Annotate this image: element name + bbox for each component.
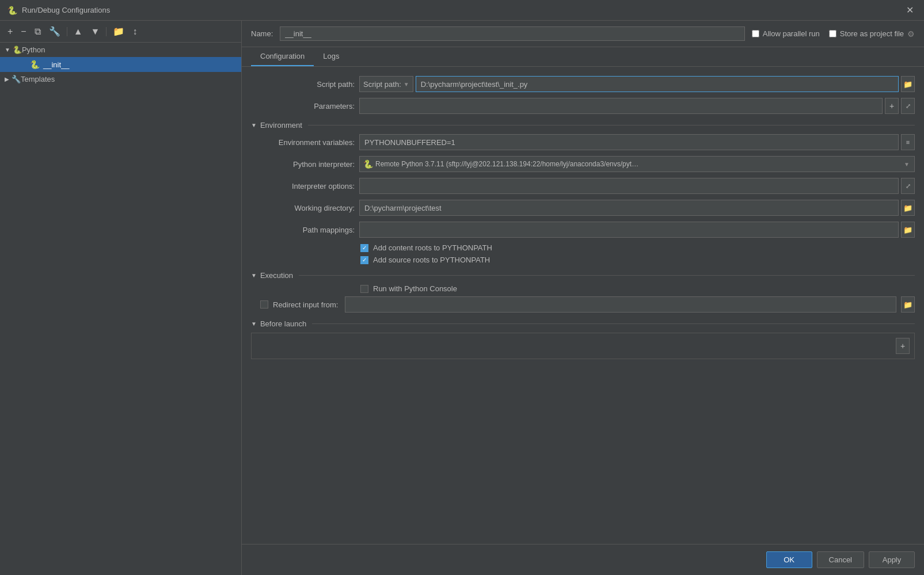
env-vars-label: Environment variables: xyxy=(251,138,355,147)
copy-config-button[interactable]: ⧉ xyxy=(32,25,44,39)
close-button[interactable]: ✕ xyxy=(903,3,917,17)
env-vars-input[interactable] xyxy=(359,134,899,150)
script-path-type-dropdown[interactable]: Script path: ▼ xyxy=(359,76,413,92)
title-bar: 🐍 Run/Debug Configurations ✕ xyxy=(0,0,924,21)
sidebar-group-templates[interactable]: ▶ 🔧 Templates xyxy=(0,72,241,86)
add-content-roots-row: Add content roots to PYTHONPATH xyxy=(360,243,915,252)
env-vars-edit-icon[interactable]: ≡ xyxy=(901,134,915,150)
add-source-roots-row: Add source roots to PYTHONPATH xyxy=(360,256,915,264)
redirect-input-label: Redirect input from: xyxy=(273,300,338,309)
working-dir-folder-icon[interactable]: 📁 xyxy=(901,200,915,216)
path-mappings-field: 📁 xyxy=(359,222,915,238)
environment-section-label: Environment xyxy=(260,121,302,130)
execution-section-arrow-icon[interactable]: ▼ xyxy=(251,272,257,279)
environment-section-header: ▼ Environment xyxy=(251,121,915,130)
init-item-label: __init__ xyxy=(43,60,70,69)
before-launch-content: + xyxy=(251,333,915,359)
script-path-folder-icon[interactable]: 📁 xyxy=(901,76,915,92)
add-content-roots-label: Add content roots to PYTHONPATH xyxy=(373,243,492,252)
init-item-icon: 🐍 xyxy=(30,60,40,69)
parameters-plus-icon[interactable]: + xyxy=(885,98,899,114)
app-icon: 🐍 xyxy=(7,5,17,16)
python-interp-value: Remote Python 3.7.11 (sftp://lyj@202.121… xyxy=(375,160,900,168)
before-launch-section: ▼ Before launch + xyxy=(251,319,915,359)
python-interp-field: 🐍 Remote Python 3.7.11 (sftp://lyj@202.1… xyxy=(359,156,915,172)
python-interp-arrow-icon[interactable]: ▼ xyxy=(903,161,911,167)
parameters-input[interactable] xyxy=(359,98,883,114)
interp-options-expand-icon[interactable]: ⤢ xyxy=(901,178,915,194)
working-dir-label: Working directory: xyxy=(251,204,355,212)
sidebar-group-python[interactable]: ▼ 🐍 Python xyxy=(0,43,241,57)
apply-button[interactable]: Apply xyxy=(869,551,915,568)
working-dir-input[interactable] xyxy=(359,200,899,216)
allow-parallel-row: Allow parallel run xyxy=(752,29,820,38)
add-source-roots-checkbox[interactable] xyxy=(360,256,368,264)
before-launch-section-header: ▼ Before launch xyxy=(251,319,915,328)
sidebar: + − ⧉ 🔧 ▲ ▼ 📁 ↕ ▼ 🐍 Python 🐍 _ xyxy=(0,21,242,575)
store-project-checkbox[interactable] xyxy=(829,30,836,37)
run-python-console-checkbox[interactable] xyxy=(360,285,368,293)
interp-options-label: Interpreter options: xyxy=(251,182,355,191)
python-interp-icon: 🐍 xyxy=(363,159,373,169)
script-path-input[interactable] xyxy=(416,76,899,92)
before-launch-section-line xyxy=(312,323,915,324)
interp-options-row: Interpreter options: ⤢ xyxy=(251,178,915,194)
templates-group-label: Templates xyxy=(21,75,55,83)
before-launch-arrow-icon[interactable]: ▼ xyxy=(251,321,257,327)
parameters-expand-icon[interactable]: ⤢ xyxy=(901,98,915,114)
cancel-button[interactable]: Cancel xyxy=(817,551,864,568)
python-group-icon: 🐍 xyxy=(13,45,22,54)
script-path-label: Script path: xyxy=(251,80,355,89)
name-input[interactable] xyxy=(280,26,744,41)
path-mappings-folder-icon[interactable]: 📁 xyxy=(901,222,915,238)
add-content-roots-checkbox[interactable] xyxy=(360,244,368,252)
redirect-input-checkbox[interactable] xyxy=(260,300,268,309)
store-project-gear-icon[interactable]: ⚙ xyxy=(907,29,915,39)
name-options: Allow parallel run Store as project file… xyxy=(752,29,915,39)
redirect-input-folder-icon[interactable]: 📁 xyxy=(901,296,915,313)
add-config-button[interactable]: + xyxy=(5,25,16,39)
redirect-input-row: Redirect input from: 📁 xyxy=(260,296,915,313)
move-up-button[interactable]: ▲ xyxy=(71,25,86,39)
python-group-label: Python xyxy=(22,45,45,54)
script-path-field: Script path: ▼ 📁 xyxy=(359,76,915,92)
parameters-row: Parameters: + ⤢ xyxy=(251,98,915,114)
settings-config-button[interactable]: 🔧 xyxy=(46,24,63,39)
env-vars-row: Environment variables: ≡ xyxy=(251,134,915,150)
script-path-row: Script path: Script path: ▼ 📁 xyxy=(251,76,915,92)
run-python-console-row: Run with Python Console xyxy=(360,284,915,293)
name-bar: Name: Allow parallel run Store as projec… xyxy=(242,21,924,47)
allow-parallel-label: Allow parallel run xyxy=(763,29,820,38)
parameters-label: Parameters: xyxy=(251,102,355,111)
sidebar-item-init[interactable]: 🐍 __init__ xyxy=(0,57,241,72)
tab-logs[interactable]: Logs xyxy=(314,47,348,66)
before-launch-add-icon[interactable]: + xyxy=(896,338,910,354)
path-mappings-input[interactable] xyxy=(359,222,899,238)
path-mappings-label: Path mappings: xyxy=(251,226,355,234)
right-panel: Name: Allow parallel run Store as projec… xyxy=(242,21,924,575)
environment-section-line xyxy=(308,125,915,125)
before-launch-toolbar: + xyxy=(254,336,912,356)
interp-options-field: ⤢ xyxy=(359,178,915,194)
tab-configuration[interactable]: Configuration xyxy=(251,47,314,66)
store-project-label: Store as project file xyxy=(840,29,904,38)
python-interp-dropdown[interactable]: 🐍 Remote Python 3.7.11 (sftp://lyj@202.1… xyxy=(359,156,915,172)
sort-button[interactable]: ↕ xyxy=(130,25,140,39)
ok-button[interactable]: OK xyxy=(766,551,812,568)
folder-button[interactable]: 📁 xyxy=(110,24,127,39)
execution-section-line xyxy=(299,275,915,276)
working-dir-row: Working directory: 📁 xyxy=(251,200,915,216)
run-python-console-label: Run with Python Console xyxy=(373,284,457,293)
templates-group-icon: 🔧 xyxy=(12,75,21,83)
dialog-title: Run/Debug Configurations xyxy=(22,6,903,14)
working-dir-field: 📁 xyxy=(359,200,915,216)
add-source-roots-label: Add source roots to PYTHONPATH xyxy=(373,256,490,264)
interp-options-input[interactable] xyxy=(359,178,899,194)
move-down-button[interactable]: ▼ xyxy=(88,25,103,39)
toolbar-separator xyxy=(67,27,67,36)
allow-parallel-checkbox[interactable] xyxy=(752,30,759,37)
remove-config-button[interactable]: − xyxy=(18,25,29,39)
redirect-input-field[interactable] xyxy=(345,296,896,313)
path-mappings-row: Path mappings: 📁 xyxy=(251,222,915,238)
environment-section-arrow-icon[interactable]: ▼ xyxy=(251,122,257,128)
